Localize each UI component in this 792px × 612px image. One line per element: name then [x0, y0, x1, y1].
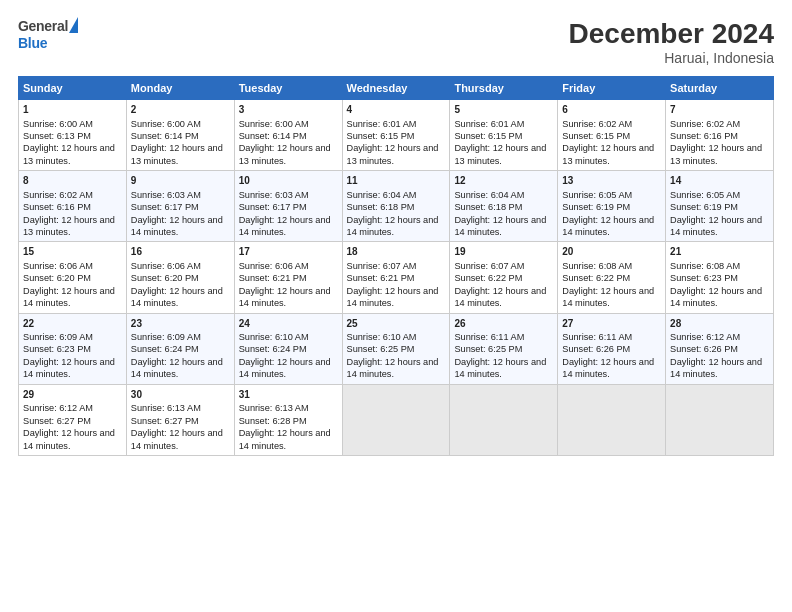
calendar-header-row: Sunday Monday Tuesday Wednesday Thursday… — [19, 77, 774, 100]
sunrise-time: Sunrise: 6:04 AM — [347, 190, 417, 200]
table-row: 23Sunrise: 6:09 AMSunset: 6:24 PMDayligh… — [126, 313, 234, 384]
table-row: 24Sunrise: 6:10 AMSunset: 6:24 PMDayligh… — [234, 313, 342, 384]
page: General Blue December 2024 Haruai, Indon… — [0, 0, 792, 612]
table-row: 31Sunrise: 6:13 AMSunset: 6:28 PMDayligh… — [234, 384, 342, 455]
day-number: 3 — [239, 103, 338, 117]
sunset-time: Sunset: 6:28 PM — [239, 416, 307, 426]
table-row: 9Sunrise: 6:03 AMSunset: 6:17 PMDaylight… — [126, 171, 234, 242]
daylight-hours: Daylight: 12 hours and 14 minutes. — [239, 428, 331, 450]
logo-icon — [69, 17, 78, 33]
calendar-week-row: 1Sunrise: 6:00 AMSunset: 6:13 PMDaylight… — [19, 100, 774, 171]
col-sunday: Sunday — [19, 77, 127, 100]
col-tuesday: Tuesday — [234, 77, 342, 100]
daylight-hours: Daylight: 12 hours and 13 minutes. — [562, 143, 654, 165]
table-row: 3Sunrise: 6:00 AMSunset: 6:14 PMDaylight… — [234, 100, 342, 171]
table-row: 20Sunrise: 6:08 AMSunset: 6:22 PMDayligh… — [558, 242, 666, 313]
day-number: 14 — [670, 174, 769, 188]
table-row: 26Sunrise: 6:11 AMSunset: 6:25 PMDayligh… — [450, 313, 558, 384]
sunset-time: Sunset: 6:24 PM — [239, 344, 307, 354]
day-number: 12 — [454, 174, 553, 188]
day-number: 10 — [239, 174, 338, 188]
sunrise-time: Sunrise: 6:06 AM — [239, 261, 309, 271]
calendar-week-row: 8Sunrise: 6:02 AMSunset: 6:16 PMDaylight… — [19, 171, 774, 242]
sunset-time: Sunset: 6:13 PM — [23, 131, 91, 141]
daylight-hours: Daylight: 12 hours and 13 minutes. — [239, 143, 331, 165]
table-row: 4Sunrise: 6:01 AMSunset: 6:15 PMDaylight… — [342, 100, 450, 171]
sunset-time: Sunset: 6:19 PM — [562, 202, 630, 212]
daylight-hours: Daylight: 12 hours and 14 minutes. — [23, 357, 115, 379]
day-number: 5 — [454, 103, 553, 117]
day-number: 6 — [562, 103, 661, 117]
sunrise-time: Sunrise: 6:02 AM — [670, 119, 740, 129]
table-row: 29Sunrise: 6:12 AMSunset: 6:27 PMDayligh… — [19, 384, 127, 455]
table-row: 19Sunrise: 6:07 AMSunset: 6:22 PMDayligh… — [450, 242, 558, 313]
sunset-time: Sunset: 6:22 PM — [454, 273, 522, 283]
day-number: 13 — [562, 174, 661, 188]
daylight-hours: Daylight: 12 hours and 14 minutes. — [347, 215, 439, 237]
day-number: 17 — [239, 245, 338, 259]
sunset-time: Sunset: 6:15 PM — [347, 131, 415, 141]
day-number: 29 — [23, 388, 122, 402]
table-row: 2Sunrise: 6:00 AMSunset: 6:14 PMDaylight… — [126, 100, 234, 171]
table-row: 28Sunrise: 6:12 AMSunset: 6:26 PMDayligh… — [666, 313, 774, 384]
sunrise-time: Sunrise: 6:08 AM — [562, 261, 632, 271]
daylight-hours: Daylight: 12 hours and 14 minutes. — [239, 286, 331, 308]
day-number: 1 — [23, 103, 122, 117]
sunset-time: Sunset: 6:18 PM — [347, 202, 415, 212]
day-number: 11 — [347, 174, 446, 188]
header: General Blue December 2024 Haruai, Indon… — [18, 18, 774, 66]
day-number: 20 — [562, 245, 661, 259]
sunrise-time: Sunrise: 6:09 AM — [23, 332, 93, 342]
daylight-hours: Daylight: 12 hours and 14 minutes. — [131, 357, 223, 379]
day-number: 7 — [670, 103, 769, 117]
daylight-hours: Daylight: 12 hours and 14 minutes. — [670, 357, 762, 379]
day-number: 23 — [131, 317, 230, 331]
day-number: 28 — [670, 317, 769, 331]
sunset-time: Sunset: 6:16 PM — [670, 131, 738, 141]
daylight-hours: Daylight: 12 hours and 13 minutes. — [347, 143, 439, 165]
col-saturday: Saturday — [666, 77, 774, 100]
day-number: 8 — [23, 174, 122, 188]
sunset-time: Sunset: 6:21 PM — [347, 273, 415, 283]
daylight-hours: Daylight: 12 hours and 13 minutes. — [670, 143, 762, 165]
day-number: 19 — [454, 245, 553, 259]
table-row — [450, 384, 558, 455]
table-row: 7Sunrise: 6:02 AMSunset: 6:16 PMDaylight… — [666, 100, 774, 171]
table-row: 15Sunrise: 6:06 AMSunset: 6:20 PMDayligh… — [19, 242, 127, 313]
day-number: 31 — [239, 388, 338, 402]
table-row: 18Sunrise: 6:07 AMSunset: 6:21 PMDayligh… — [342, 242, 450, 313]
table-row: 25Sunrise: 6:10 AMSunset: 6:25 PMDayligh… — [342, 313, 450, 384]
sunrise-time: Sunrise: 6:11 AM — [454, 332, 524, 342]
table-row: 22Sunrise: 6:09 AMSunset: 6:23 PMDayligh… — [19, 313, 127, 384]
sunrise-time: Sunrise: 6:06 AM — [131, 261, 201, 271]
title-block: December 2024 Haruai, Indonesia — [569, 18, 774, 66]
daylight-hours: Daylight: 12 hours and 14 minutes. — [23, 428, 115, 450]
daylight-hours: Daylight: 12 hours and 14 minutes. — [562, 357, 654, 379]
sunset-time: Sunset: 6:25 PM — [454, 344, 522, 354]
sunrise-time: Sunrise: 6:12 AM — [670, 332, 740, 342]
calendar-table: Sunday Monday Tuesday Wednesday Thursday… — [18, 76, 774, 456]
table-row: 1Sunrise: 6:00 AMSunset: 6:13 PMDaylight… — [19, 100, 127, 171]
table-row — [342, 384, 450, 455]
sunset-time: Sunset: 6:23 PM — [23, 344, 91, 354]
calendar-subtitle: Haruai, Indonesia — [569, 50, 774, 66]
table-row: 14Sunrise: 6:05 AMSunset: 6:19 PMDayligh… — [666, 171, 774, 242]
sunrise-time: Sunrise: 6:00 AM — [23, 119, 93, 129]
sunrise-time: Sunrise: 6:08 AM — [670, 261, 740, 271]
sunset-time: Sunset: 6:25 PM — [347, 344, 415, 354]
daylight-hours: Daylight: 12 hours and 13 minutes. — [23, 215, 115, 237]
sunset-time: Sunset: 6:15 PM — [454, 131, 522, 141]
day-number: 25 — [347, 317, 446, 331]
col-thursday: Thursday — [450, 77, 558, 100]
daylight-hours: Daylight: 12 hours and 14 minutes. — [347, 286, 439, 308]
day-number: 27 — [562, 317, 661, 331]
col-wednesday: Wednesday — [342, 77, 450, 100]
table-row: 13Sunrise: 6:05 AMSunset: 6:19 PMDayligh… — [558, 171, 666, 242]
col-monday: Monday — [126, 77, 234, 100]
sunrise-time: Sunrise: 6:07 AM — [347, 261, 417, 271]
calendar-week-row: 15Sunrise: 6:06 AMSunset: 6:20 PMDayligh… — [19, 242, 774, 313]
logo-blue: Blue — [18, 35, 47, 51]
table-row: 21Sunrise: 6:08 AMSunset: 6:23 PMDayligh… — [666, 242, 774, 313]
logo-general: General — [18, 18, 68, 34]
table-row: 27Sunrise: 6:11 AMSunset: 6:26 PMDayligh… — [558, 313, 666, 384]
